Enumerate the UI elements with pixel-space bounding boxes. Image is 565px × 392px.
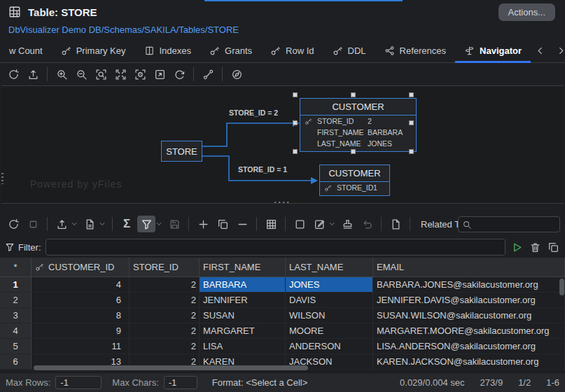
max-rows-input[interactable] [55, 376, 102, 389]
selection-handle[interactable] [293, 149, 298, 154]
navigator-diagram-canvas[interactable]: STORE CUSTOMER STORE_ID2FIRST_NAMEBARBAR… [1, 85, 564, 204]
max-chars-input[interactable] [164, 376, 197, 389]
cell-store_id[interactable]: 2 [130, 339, 200, 354]
cell-last_name[interactable]: DAVIS [286, 293, 373, 308]
tab-primary-key[interactable]: Primary Key [52, 39, 135, 62]
cell-email[interactable]: JENNIFER.DAVIS@sakilacustomer.org [373, 293, 565, 308]
new-doc-button[interactable] [386, 216, 405, 232]
cell-first_name[interactable]: MARGARET [200, 323, 286, 339]
undo-button [358, 216, 376, 232]
cell-first_name[interactable]: SUSAN [200, 308, 286, 323]
tab-grants[interactable]: Grants [200, 39, 261, 62]
cell-last_name[interactable]: JONES [286, 277, 373, 293]
compass-button[interactable] [228, 66, 246, 83]
cell-store_id[interactable]: 2 [130, 277, 200, 293]
zoom-out-icon [76, 69, 88, 80]
sigma-button[interactable]: Σ [118, 216, 136, 232]
cell-email[interactable]: BARBARA.JONES@sakilacustomer.org [373, 277, 565, 293]
selection-handle[interactable] [351, 149, 356, 154]
cell-first_name[interactable]: JENNIFER [200, 293, 286, 308]
cell-email[interactable]: MARGARET.MOORE@sakilacustomer.org [373, 323, 565, 339]
zoom-in-button[interactable] [53, 66, 71, 83]
fit-screen-button[interactable] [111, 66, 130, 83]
branch-button[interactable] [199, 66, 217, 83]
result-grid[interactable]: *CUSTOMER_IDSTORE_IDFIRST_NAMELAST_NAMEE… [0, 258, 565, 372]
cell-first_name[interactable]: BARBARA [200, 277, 286, 293]
diagram-node-customer-2[interactable]: CUSTOMER STORE_ID1 [319, 164, 390, 196]
file-button[interactable] [81, 216, 99, 232]
actions-button[interactable]: Actions... [498, 4, 555, 21]
selection-handle[interactable] [293, 120, 298, 125]
cell-customer_id[interactable]: 11 [32, 339, 130, 354]
tab-w-count[interactable]: w Count [0, 39, 52, 62]
grid-search[interactable] [458, 216, 560, 232]
copy-button[interactable] [214, 216, 232, 232]
edit-button[interactable] [310, 216, 328, 232]
cell-customer_id[interactable]: 8 [32, 308, 130, 323]
search-input[interactable] [472, 219, 556, 230]
selection-handle[interactable] [293, 92, 298, 97]
square-button[interactable] [291, 216, 309, 232]
row-number[interactable]: 3 [0, 308, 32, 323]
tab-ddl[interactable]: DDL [323, 39, 375, 62]
refresh-button[interactable] [4, 216, 22, 232]
tab-navigator[interactable]: Navigator [455, 39, 531, 62]
cell-customer_id[interactable]: 4 [32, 277, 130, 293]
row-number[interactable]: 1 [0, 277, 32, 293]
focus-view-button[interactable] [131, 66, 149, 83]
minus-button[interactable] [233, 216, 251, 232]
diagram-node-customer-1[interactable]: CUSTOMER STORE_ID2FIRST_NAMEBARBARALAST_… [300, 98, 417, 152]
cell-store_id[interactable]: 2 [130, 293, 200, 308]
export-button[interactable] [53, 216, 71, 232]
tab-references[interactable]: References [375, 39, 455, 62]
cell-last_name[interactable]: MOORE [286, 323, 373, 339]
splitter-handle[interactable]: ···· [0, 199, 565, 207]
column-header-last_name[interactable]: LAST_NAME [286, 258, 373, 276]
row-number[interactable]: 2 [0, 293, 32, 308]
column-header-customer_id[interactable]: CUSTOMER_ID [32, 258, 130, 276]
selection-handle[interactable] [409, 92, 414, 97]
cell-last_name[interactable]: ANDERSON [286, 339, 373, 354]
chevron-right-button[interactable] [552, 43, 565, 59]
save-button [165, 216, 183, 232]
vertical-scrollbar[interactable] [559, 279, 564, 295]
cell-email[interactable]: LISA.ANDERSON@sakilacustomer.org [373, 339, 565, 354]
selection-handle[interactable] [351, 92, 356, 97]
cell-store_id[interactable]: 2 [130, 323, 200, 339]
cell-customer_id[interactable]: 9 [32, 323, 130, 339]
row-number[interactable]: 5 [0, 339, 32, 354]
filter-input[interactable] [46, 239, 506, 255]
horizontal-scrollbar[interactable] [0, 365, 565, 371]
selection-handle[interactable] [409, 120, 414, 125]
stamp-button[interactable] [338, 216, 356, 232]
copy-filter-button[interactable] [546, 240, 560, 254]
tab-indexes[interactable]: Indexes [135, 39, 201, 62]
cell-store_id[interactable]: 2 [130, 308, 200, 323]
column-header-first_name[interactable]: FIRST_NAME [200, 258, 286, 276]
column-header-email[interactable]: EMAIL [373, 258, 565, 276]
tab-row-id[interactable]: Row Id [261, 39, 323, 62]
cell-email[interactable]: SUSAN.WILSON@sakilacustomer.org [373, 308, 565, 323]
apply-filter-button[interactable] [510, 240, 524, 254]
open-window-button[interactable] [151, 66, 169, 83]
column-header-store_id[interactable]: STORE_ID [130, 258, 200, 276]
cell-last_name[interactable]: WILSON [286, 308, 373, 323]
selection-handle[interactable] [409, 149, 414, 154]
zoom-out-button[interactable] [72, 66, 90, 83]
refresh-button[interactable] [4, 66, 22, 83]
side-panel-grip[interactable] [1, 173, 4, 184]
funnel-button[interactable] [137, 216, 155, 232]
zoom-region-button[interactable] [92, 66, 110, 83]
row-number[interactable]: 4 [0, 323, 32, 339]
diagram-node-store[interactable]: STORE [161, 141, 202, 162]
table-grid-button[interactable] [262, 216, 280, 232]
layout-refresh-button[interactable] [170, 66, 188, 83]
row-header-column[interactable]: * [0, 258, 32, 276]
clear-filter-button[interactable] [528, 240, 542, 254]
plus-button[interactable] [194, 216, 212, 232]
chevron-left-button[interactable] [531, 43, 549, 59]
cell-first_name[interactable]: LISA [200, 339, 286, 354]
export-button[interactable] [24, 66, 42, 83]
cell-customer_id[interactable]: 6 [32, 293, 130, 308]
breadcrumb[interactable]: DbVisualizer Demo DB/Schemas/SAKILA/Tabl… [0, 24, 565, 35]
